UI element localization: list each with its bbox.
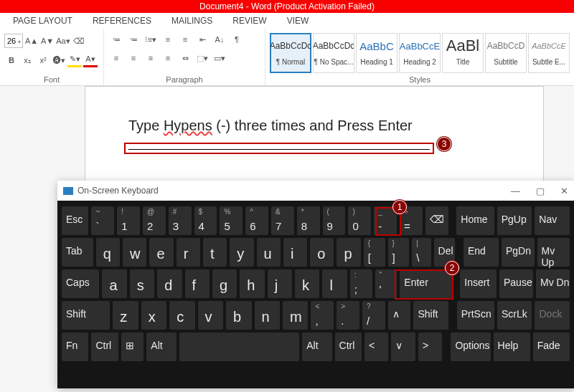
decrease-indent-btn[interactable]: ⇤ [194, 32, 210, 47]
key-home[interactable]: Home [456, 206, 494, 235]
key-e[interactable]: e [149, 238, 173, 267]
key-2[interactable]: @2 [143, 206, 166, 235]
tab-review[interactable]: REVIEW [232, 16, 266, 26]
key-k[interactable]: k [295, 269, 319, 298]
key-[interactable]: ∨ [391, 333, 415, 361]
key-mvdn[interactable]: Mv Dn [536, 269, 570, 298]
key-shift[interactable]: Shift [62, 301, 110, 330]
key-j[interactable]: j [268, 269, 292, 298]
shrink-font-btn[interactable]: A▼ [40, 34, 55, 48]
key-m[interactable]: m [283, 301, 308, 330]
key-a[interactable]: a [102, 269, 126, 298]
key-[interactable]: ?/ [362, 301, 385, 330]
key-c[interactable]: c [169, 301, 194, 330]
sort-btn[interactable]: A↓ [212, 32, 227, 47]
key-nav[interactable]: Nav [535, 206, 570, 235]
style-heading-1[interactable]: AaBbCHeading 1 [356, 33, 397, 73]
align-center-btn[interactable]: ≡ [126, 50, 141, 66]
highlight-btn[interactable]: ✎▾ [67, 53, 82, 67]
key-options[interactable]: Options [451, 333, 490, 361]
key-mvup[interactable]: Mv Up [537, 238, 570, 267]
key-[interactable]: :; [350, 269, 372, 298]
key-g[interactable]: g [212, 269, 237, 298]
change-case-btn[interactable]: Aa▾ [56, 34, 70, 48]
key-alt[interactable]: Alt [146, 333, 176, 361]
borders-btn[interactable]: ▭▾ [212, 50, 227, 66]
key-fn[interactable]: Fn [62, 333, 88, 361]
style-heading-2[interactable]: AaBbCcEHeading 2 [399, 33, 441, 73]
subscript-btn[interactable]: x₂ [20, 53, 34, 67]
key-3[interactable]: #3 [169, 206, 192, 235]
key-tab[interactable]: Tab [62, 238, 93, 267]
multilevel-btn[interactable]: ⁝≡▾ [143, 32, 159, 47]
bullets-btn[interactable]: ≔ [108, 32, 124, 47]
key-o[interactable]: o [310, 238, 334, 267]
tab-page-layout[interactable]: PAGE LAYOUT [13, 16, 72, 26]
maximize-btn[interactable]: ▢ [536, 186, 545, 196]
key-alt[interactable]: Alt [302, 333, 331, 361]
key-b[interactable]: b [226, 301, 251, 330]
key-6[interactable]: ^6 [245, 206, 268, 235]
close-btn[interactable]: ✕ [560, 186, 568, 196]
key-[interactable]: >. [337, 301, 359, 330]
key-w[interactable]: w [123, 238, 146, 267]
key-v[interactable]: v [198, 301, 223, 330]
key-f[interactable]: f [185, 269, 210, 298]
grow-font-btn[interactable]: A▲ [24, 34, 39, 48]
key-z[interactable]: z [113, 301, 138, 330]
key-i[interactable]: i [283, 238, 307, 267]
key-help[interactable]: Help [494, 333, 530, 361]
style---normal[interactable]: AaBbCcDc¶ Normal [270, 33, 311, 73]
key-[interactable]: "' [375, 269, 397, 298]
key-enter[interactable]: Enter [400, 269, 451, 298]
key-y[interactable]: y [230, 238, 253, 267]
key-pgdn[interactable]: PgDn [502, 238, 535, 267]
text-effects-btn[interactable]: 🅐▾ [52, 53, 66, 67]
key-pause[interactable]: Pause [499, 269, 533, 298]
style---no-spac---[interactable]: AaBbCcDc¶ No Spac... [313, 33, 354, 73]
key-r[interactable]: r [177, 238, 200, 267]
key-1[interactable]: !1 [117, 206, 140, 235]
line-spacing-btn[interactable]: ⇔ [177, 50, 193, 66]
key-dock[interactable]: Dock [535, 301, 570, 330]
key-n[interactable]: n [255, 301, 280, 330]
key-[interactable]: }] [388, 238, 410, 267]
key-p[interactable]: p [337, 238, 360, 267]
font-color-btn[interactable]: A▾ [83, 53, 98, 67]
align-btn[interactable]: ≡ [160, 32, 176, 47]
key-fade[interactable]: Fade [533, 333, 570, 361]
key-[interactable]: {[ [364, 238, 385, 267]
key-space[interactable] [179, 333, 299, 361]
tab-view[interactable]: VIEW [287, 16, 309, 26]
align-btn[interactable]: ≡ [177, 32, 193, 47]
key-7[interactable]: &7 [271, 206, 294, 235]
align-right-btn[interactable]: ≡ [143, 50, 159, 66]
shading-btn[interactable]: ⬚▾ [194, 50, 210, 66]
key-9[interactable]: (9 [323, 206, 346, 235]
osk-titlebar[interactable]: On-Screen Keyboard — ▢ ✕ [57, 181, 574, 201]
key-[interactable]: |\ [412, 238, 430, 267]
key-d[interactable]: d [157, 269, 182, 298]
tab-mailings[interactable]: MAILINGS [171, 16, 212, 26]
key-[interactable]: > [418, 333, 442, 361]
key-caps[interactable]: Caps [62, 269, 99, 298]
key-x[interactable]: x [141, 301, 166, 330]
key-4[interactable]: $4 [194, 206, 217, 235]
style-title[interactable]: AaBlTitle [442, 33, 484, 73]
key-[interactable]: ⊞ [121, 333, 144, 361]
key-prtscn[interactable]: PrtScn [457, 301, 494, 330]
key-ctrl[interactable]: Ctrl [335, 333, 362, 361]
key-esc[interactable]: Esc [62, 206, 88, 235]
key-0[interactable]: )0 [348, 206, 371, 235]
key-ctrl[interactable]: Ctrl [91, 333, 118, 361]
align-left-btn[interactable]: ≡ [108, 50, 124, 66]
key-h[interactable]: h [240, 269, 264, 298]
key-5[interactable]: %5 [220, 206, 243, 235]
clear-format-btn[interactable]: ⌫ [72, 34, 86, 48]
key-8[interactable]: *8 [297, 206, 320, 235]
key-t[interactable]: t [203, 238, 227, 267]
show-hide-btn[interactable]: ¶ [229, 32, 245, 47]
key-u[interactable]: u [257, 238, 281, 267]
font-size-select[interactable]: 26 [4, 34, 23, 48]
key-end[interactable]: End [464, 238, 499, 267]
